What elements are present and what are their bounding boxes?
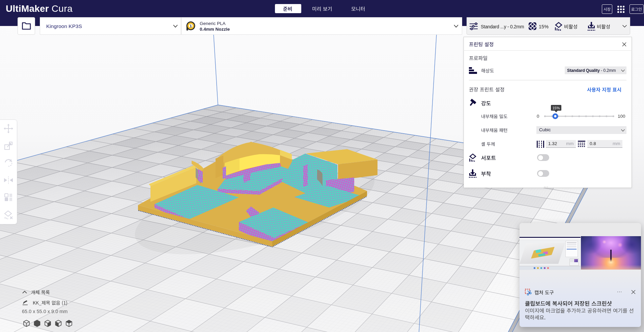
svg-text:15%: 15% — [552, 106, 560, 110]
svg-text:1: 1 — [190, 24, 192, 28]
